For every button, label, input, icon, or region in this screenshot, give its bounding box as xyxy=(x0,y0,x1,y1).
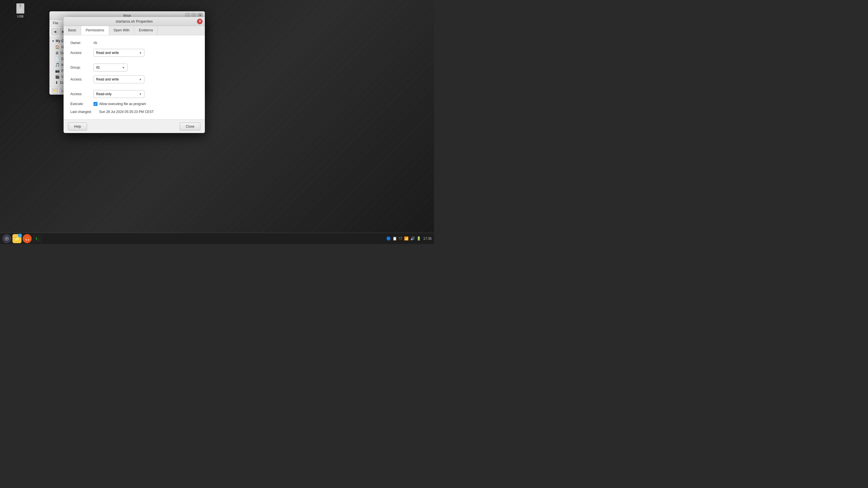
tab-permissions[interactable]: Permissions xyxy=(81,26,109,35)
clipboard-icon: 📋 xyxy=(393,236,397,240)
desktop: USB linux – □ ✕ File Edit View Go Bookma… xyxy=(0,0,434,244)
group-arrow: ▼ xyxy=(122,66,125,69)
execute-row: Execute: ✓ Allow executing file as progr… xyxy=(70,102,198,106)
properties-dialog: startaros.sh Properties ✕ Basic Permissi… xyxy=(64,17,205,133)
battery-icon: 🔋 xyxy=(416,236,421,240)
dialog-titlebar: startaros.sh Properties ✕ xyxy=(64,17,205,26)
dialog-close-button[interactable]: ✕ xyxy=(197,19,203,24)
documents-icon: 📄 xyxy=(55,57,60,61)
taskbar: 📁 2 🦊 $_ 🔵 📋 🛡 📶 🔊 🔋 17:35 xyxy=(0,233,434,244)
execute-checkbox[interactable]: ✓ xyxy=(94,102,97,106)
network-tray-icon: 📶 xyxy=(404,236,409,240)
spacer-1 xyxy=(70,61,198,64)
group-access-select[interactable]: Read and write ▼ xyxy=(94,75,144,83)
owner-access-value: Read and write xyxy=(96,51,119,55)
files-badge: 2 xyxy=(18,233,22,237)
volume-icon: 🔊 xyxy=(410,236,415,240)
usb-drive-icon xyxy=(17,3,24,13)
help-button[interactable]: Help xyxy=(68,123,87,130)
home-icon: 🏠 xyxy=(55,45,60,49)
desktop-icon-sm: 🖥 xyxy=(55,51,59,55)
others-access-row: Access: Read-only ▼ xyxy=(70,90,198,98)
others-access-label: Access: xyxy=(70,92,90,96)
svg-rect-4 xyxy=(20,8,21,9)
last-changed-row: Last changed: Sun 28 Jul 2024 05:35:23 P… xyxy=(70,110,198,114)
desktop-usb-icon[interactable]: USB xyxy=(11,3,29,18)
dialog-tabs: Basic Permissions Open With Emblems xyxy=(64,26,205,35)
files-taskbar-button[interactable]: 📁 2 xyxy=(12,234,22,243)
others-access-arrow: ▼ xyxy=(139,93,142,96)
svg-rect-2 xyxy=(20,6,21,7)
spacer-2 xyxy=(70,87,198,90)
firefox-taskbar-button[interactable]: 🦊 xyxy=(23,234,32,243)
group-label: Group: xyxy=(70,66,90,69)
close-dialog-button[interactable]: Close xyxy=(180,123,200,130)
execute-label: Execute: xyxy=(70,102,90,106)
bluetooth-icon: 🔵 xyxy=(386,236,391,240)
dialog-title: startaros.sh Properties xyxy=(116,19,153,24)
group-row: Group: rfz ▼ xyxy=(70,64,198,71)
music-icon: 🎵 xyxy=(55,63,60,67)
svg-point-6 xyxy=(6,238,8,239)
group-access-arrow: ▼ xyxy=(139,78,142,81)
others-access-value: Read-only xyxy=(96,92,112,96)
owner-row: Owner: rfz xyxy=(70,41,198,45)
usb-label: USB xyxy=(17,15,24,18)
group-access-row: Access: Read and write ▼ xyxy=(70,75,198,83)
statusbar-btn-1[interactable]: 📁 xyxy=(52,88,58,94)
terminal-taskbar-button[interactable]: $_ xyxy=(33,235,42,242)
group-access-label: Access: xyxy=(70,77,90,82)
dialog-body: Owner: rfz Access: Read and write ▼ Grou… xyxy=(64,35,205,120)
apps-menu-button[interactable] xyxy=(2,234,11,243)
dialog-footer: Help Close xyxy=(64,120,205,133)
system-tray-icons: 🔵 📋 🛡 📶 🔊 🔋 xyxy=(386,236,421,240)
videos-icon: 🎬 xyxy=(55,74,60,79)
group-access-value: Read and write xyxy=(96,77,119,82)
owner-access-arrow: ▼ xyxy=(139,52,142,55)
last-changed-value: Sun 28 Jul 2024 05:35:23 PM CEST xyxy=(99,110,154,114)
back-button[interactable]: ◀ xyxy=(51,28,59,35)
owner-access-select[interactable]: Read and write ▼ xyxy=(94,49,144,57)
downloads-icon: ⬇ xyxy=(55,80,58,85)
owner-access-label: Access: xyxy=(70,51,90,55)
tab-openwith[interactable]: Open With xyxy=(109,26,134,35)
execute-checkbox-label[interactable]: ✓ Allow executing file as program xyxy=(94,102,146,106)
security-icon: 🛡 xyxy=(399,236,402,240)
taskbar-left: 📁 2 🦊 $_ xyxy=(2,234,42,243)
owner-value: rfz xyxy=(94,41,97,45)
group-select[interactable]: rfz ▼ xyxy=(94,64,127,71)
others-access-select[interactable]: Read-only ▼ xyxy=(94,90,144,98)
taskbar-right: 🔵 📋 🛡 📶 🔊 🔋 17:35 xyxy=(386,236,432,240)
last-changed-label: Last changed: xyxy=(70,110,96,114)
tab-emblems[interactable]: Emblems xyxy=(134,26,158,35)
tab-basic[interactable]: Basic xyxy=(64,26,81,35)
menu-file[interactable]: File xyxy=(52,21,59,26)
execute-checkbox-text: Allow executing file as program xyxy=(99,102,146,106)
clock: 17:35 xyxy=(423,237,432,240)
group-value: rfz xyxy=(96,66,100,69)
pictures-icon: 📷 xyxy=(55,69,60,73)
svg-rect-0 xyxy=(19,4,22,6)
owner-access-row: Access: Read and write ▼ xyxy=(70,49,198,57)
mycomputer-arrow: ▼ xyxy=(52,39,55,43)
owner-label: Owner: xyxy=(70,41,90,45)
